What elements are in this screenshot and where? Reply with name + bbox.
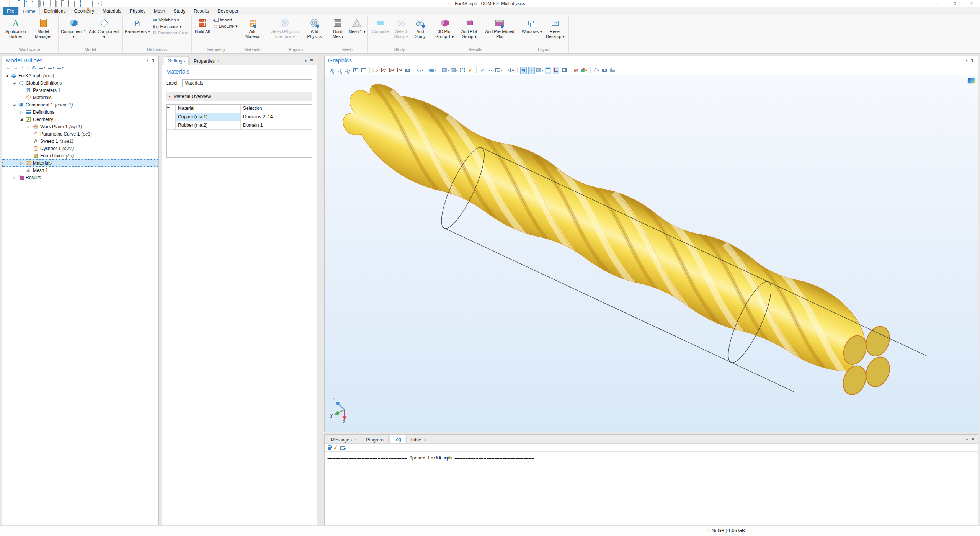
- build-mesh-button[interactable]: Build Mesh: [328, 16, 347, 40]
- back-button[interactable]: ←: [6, 65, 10, 70]
- minimize-button[interactable]: ─: [929, 0, 946, 7]
- table-row-copper[interactable]: Copper (mat1) Domains 2–14: [167, 113, 312, 121]
- cell-material[interactable]: Rubber (mat2): [176, 121, 241, 129]
- scene-camera-button[interactable]: [405, 67, 411, 74]
- fit-window-button[interactable]: [360, 67, 367, 74]
- snapshot-button[interactable]: [601, 67, 608, 74]
- windows-button[interactable]: Windows ▾: [521, 16, 542, 35]
- search-button[interactable]: [91, 1, 97, 6]
- table-row-rubber[interactable]: Rubber (mat2) Domain 1: [167, 121, 312, 130]
- graphics-canvas[interactable]: z y x: [325, 75, 978, 432]
- tab-settings[interactable]: Settings: [164, 56, 189, 65]
- add-predefined-plot-button[interactable]: Add Predefined Plot: [482, 16, 518, 40]
- tab-study[interactable]: Study: [169, 7, 189, 15]
- move-down-button[interactable]: ↓: [26, 65, 29, 70]
- copy-button[interactable]: [55, 1, 60, 6]
- tab-log[interactable]: Log: [389, 435, 405, 443]
- plot-thumbnail-icon[interactable]: [968, 78, 975, 83]
- tab-messages[interactable]: Messages ×: [327, 436, 361, 443]
- select-box-button[interactable]: [459, 67, 466, 74]
- animation-button[interactable]: ▾: [451, 67, 457, 74]
- deselect-box-button[interactable]: [467, 67, 474, 74]
- material-overview-section-header[interactable]: ▾ Material Overview: [166, 92, 312, 101]
- select-box-button[interactable]: [79, 1, 85, 6]
- scroll-lock-icon[interactable]: [328, 447, 331, 450]
- tree-item-cylinder-1[interactable]: Cylinder 1 (cyl1): [2, 145, 158, 152]
- reset-desktop-button[interactable]: Reset Desktop ▾: [543, 16, 567, 40]
- cell-selection[interactable]: Domain 1: [241, 121, 312, 129]
- tab-materials[interactable]: Materials: [98, 7, 126, 15]
- column-header-selection[interactable]: Selection: [241, 105, 312, 113]
- model-tree-node-text-button[interactable]: ▾: [57, 66, 64, 69]
- tab-developer[interactable]: Developer: [213, 7, 243, 15]
- tree-item-parametric-curve-1[interactable]: Parametric Curve 1 (pc1): [2, 130, 158, 137]
- close-tab-icon[interactable]: ×: [217, 59, 220, 63]
- component-1-button[interactable]: Component 1 ▾: [60, 16, 87, 40]
- expander-icon[interactable]: ◢: [13, 81, 18, 85]
- panel-menu-caret[interactable]: ▾: [966, 438, 968, 441]
- show-options-button[interactable]: [32, 66, 36, 69]
- run-button[interactable]: [36, 1, 42, 6]
- tab-results[interactable]: Results: [189, 7, 213, 15]
- default-3d-view-button[interactable]: ▾: [429, 67, 436, 74]
- close-tab-icon[interactable]: ×: [354, 438, 357, 442]
- plot-group-1-button[interactable]: 3D Plot Group 1 ▾: [433, 16, 456, 40]
- delete-button[interactable]: [73, 1, 78, 6]
- duplicate-button[interactable]: [67, 1, 72, 6]
- tab-home[interactable]: Home: [18, 7, 40, 15]
- image-snapshot-button[interactable]: ▾: [442, 67, 449, 74]
- pin-icon[interactable]: [971, 59, 974, 62]
- label-input[interactable]: Materials: [182, 79, 312, 87]
- tab-file[interactable]: File: [3, 7, 18, 15]
- add-physics-button[interactable]: Add Physics: [304, 16, 325, 40]
- save-as-button[interactable]: [30, 1, 36, 6]
- go-to-view-button[interactable]: ▾: [372, 67, 379, 74]
- expander-icon[interactable]: ▷: [28, 125, 33, 129]
- application-builder-button[interactable]: A Application Builder: [2, 16, 29, 40]
- tree-item-results[interactable]: ▷ Results: [2, 174, 158, 181]
- import-button[interactable]: Import: [212, 17, 239, 23]
- close-button[interactable]: ×: [963, 0, 980, 7]
- add-study-button[interactable]: Add Study: [411, 16, 429, 40]
- close-tab-icon[interactable]: ×: [424, 438, 426, 442]
- view-yz-button[interactable]: yz: [389, 67, 395, 74]
- panel-menu-caret[interactable]: ▾: [965, 59, 967, 62]
- print-button[interactable]: [609, 67, 616, 74]
- expander-icon[interactable]: ▷: [20, 161, 25, 165]
- tree-item-geometry-1[interactable]: ◢ A Geometry 1: [2, 116, 158, 123]
- tree-item-global-materials[interactable]: Materials: [2, 94, 158, 101]
- pin-icon[interactable]: [152, 59, 155, 62]
- tree-item-form-union[interactable]: Form Union (fin): [2, 152, 158, 159]
- tree-item-work-plane-1[interactable]: ▷ Work Plane 1 (wp 1): [2, 123, 158, 130]
- clear-selection-button[interactable]: [85, 1, 91, 6]
- open-file-button[interactable]: [18, 1, 23, 6]
- search-dropdown-caret[interactable]: ▾: [98, 2, 99, 5]
- tab-table[interactable]: Table ×: [406, 436, 431, 443]
- show-grid-button[interactable]: [561, 67, 567, 74]
- zoom-out-button[interactable]: [336, 67, 343, 74]
- expander-icon[interactable]: ▷: [13, 176, 18, 180]
- tree-item-definitions[interactable]: ▷ Definitions: [2, 108, 158, 116]
- maximize-button[interactable]: □: [946, 0, 963, 7]
- tab-geometry[interactable]: Geometry: [70, 7, 98, 15]
- zoom-box-button[interactable]: ▾: [344, 67, 351, 74]
- show-axis-orientation-button[interactable]: [553, 67, 559, 74]
- tree-item-root[interactable]: ◢ ForKA.mph (root): [2, 72, 158, 79]
- paste-button[interactable]: [61, 1, 66, 6]
- add-component-button[interactable]: Add Component ▾: [88, 16, 121, 40]
- mesh-1-button[interactable]: Mesh 1 ▾: [348, 16, 366, 35]
- tree-item-component-1[interactable]: ◢ Component 1 (comp 1): [2, 101, 158, 108]
- add-plot-group-button[interactable]: Add Plot Group ▾: [457, 16, 481, 40]
- expander-icon[interactable]: ◢: [13, 103, 18, 106]
- pin-icon[interactable]: [971, 438, 975, 441]
- expander-icon[interactable]: ◢: [20, 118, 25, 121]
- undo-button[interactable]: [42, 1, 48, 6]
- view-xy-button[interactable]: xy: [381, 67, 387, 74]
- tree-item-parameters-1[interactable]: Pi Parameters 1: [2, 87, 158, 94]
- parameters-button[interactable]: Pi Parameters ▾: [124, 16, 151, 35]
- expand-all-button[interactable]: ▾: [48, 66, 54, 69]
- color-palette-button[interactable]: ▾: [581, 67, 588, 74]
- panel-menu-caret[interactable]: ▾: [146, 59, 148, 62]
- model-manager-button[interactable]: Model Manager: [30, 16, 57, 40]
- build-all-button[interactable]: Build All: [193, 16, 212, 35]
